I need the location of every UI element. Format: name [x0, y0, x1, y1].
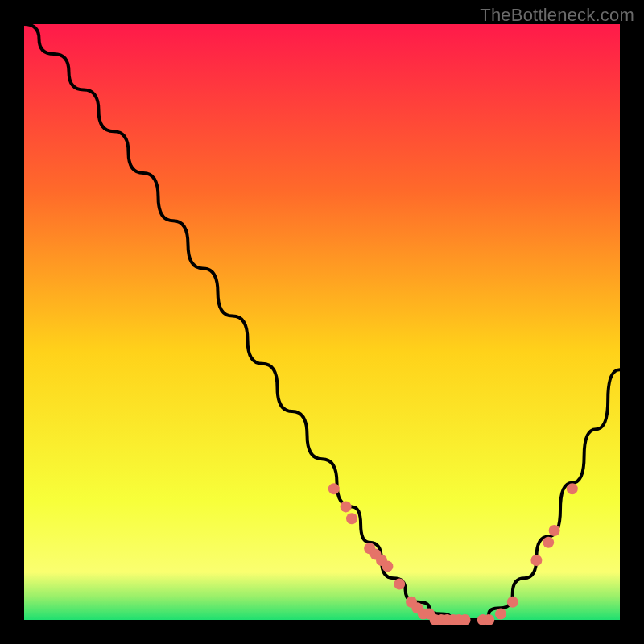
curve-marker [495, 609, 506, 620]
curve-marker [394, 579, 405, 590]
curve-marker [328, 483, 340, 494]
curve-marker [346, 513, 357, 524]
chart-stage: TheBottleneck.com [0, 0, 644, 644]
curve-marker [543, 537, 554, 548]
curve-marker [507, 597, 518, 608]
curve-marker [549, 525, 560, 536]
curve-marker [460, 614, 471, 625]
curve-marker [567, 483, 578, 494]
curve-marker [341, 501, 352, 512]
curve-marker [382, 560, 393, 572]
curve-marker [530, 555, 542, 566]
plot-background [24, 24, 620, 620]
curve-marker [483, 614, 494, 625]
bottleneck-chart [0, 0, 644, 644]
attribution-text: TheBottleneck.com [480, 5, 634, 26]
